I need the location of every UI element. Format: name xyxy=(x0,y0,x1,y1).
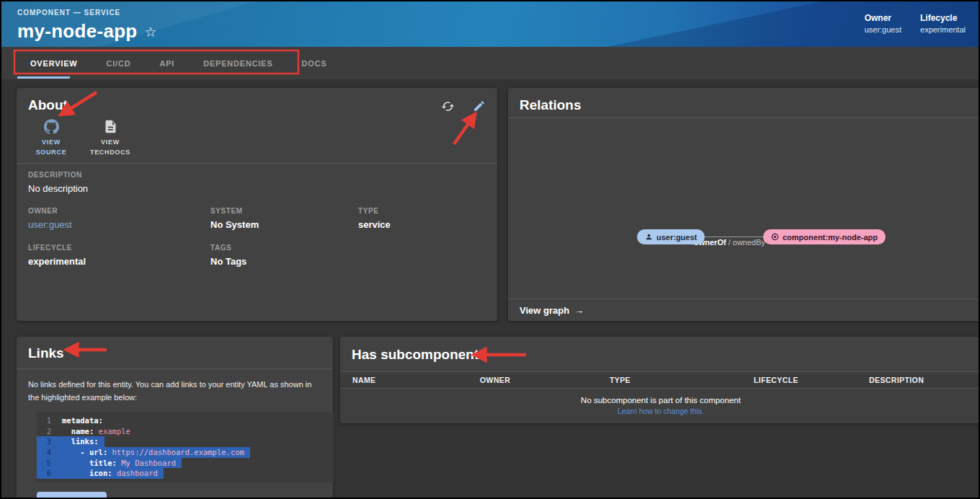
view-techdocs-label: VIEW TECHDOCS xyxy=(90,138,130,157)
column-header-type: TYPE xyxy=(610,376,754,384)
owner-label: Owner xyxy=(865,13,901,23)
code-line-4: 4 - url: https://dashboard.example.com xyxy=(37,447,334,458)
lifecycle-value: experimental xyxy=(920,25,966,34)
entity-tabs: OVERVIEWCI/CDAPIDEPENDENCIESDOCS xyxy=(1,47,979,79)
relation-edge-label: ownerOf / ownedBy xyxy=(694,238,765,247)
links-card: Links No links defined for this entity. … xyxy=(17,337,333,499)
code-line-6: 6 icon: dashboard xyxy=(37,468,334,479)
description-label: DESCRIPTION xyxy=(28,171,486,179)
subcomponents-empty-state: No subcomponent is part of this componen… xyxy=(340,389,980,423)
about-field-owner: OWNERuser:guest xyxy=(28,207,210,230)
field-label: SYSTEM xyxy=(210,207,358,215)
field-label: TAGS xyxy=(210,244,358,252)
github-icon xyxy=(44,119,59,134)
subcomponents-empty-text: No subcomponent is part of this componen… xyxy=(581,396,741,405)
column-header-name: NAME xyxy=(352,376,480,384)
field-value: No System xyxy=(210,219,358,230)
column-header-owner: OWNER xyxy=(480,376,610,384)
tab-dependencies[interactable]: DEPENDENCIES xyxy=(189,47,287,79)
edit-icon[interactable] xyxy=(471,98,487,114)
subcomponents-table-header: NAMEOWNERTYPELIFECYCLEDESCRIPTION xyxy=(340,371,980,389)
code-line-3: 3 links: xyxy=(37,436,334,447)
refresh-icon[interactable] xyxy=(440,98,455,114)
catalog-entity-page: COMPONENT — SERVICE my-node-app ☆ Owner … xyxy=(0,0,980,499)
active-tab-indicator xyxy=(17,76,70,79)
view-techdocs-link[interactable]: VIEW TECHDOCS xyxy=(87,119,133,157)
about-field-lifecycle: LIFECYCLEexperimental xyxy=(28,244,210,267)
about-title: About xyxy=(28,97,486,113)
code-line-5: 5 title: My Dashboard xyxy=(37,458,334,469)
read-more-button[interactable]: READ MORE xyxy=(37,492,107,499)
relations-graph: ownerOf / ownedBy user:guest component:m… xyxy=(508,118,980,299)
field-value[interactable]: user:guest xyxy=(28,219,210,230)
tab-api[interactable]: API xyxy=(145,47,189,79)
subcomponents-card: Has subcomponents NAMEOWNERTYPELIFECYCLE… xyxy=(340,337,980,423)
view-graph-label: View graph xyxy=(520,305,569,316)
yaml-code-block: 1metadata:2 name: example3 links:4 - url… xyxy=(37,412,334,482)
graph-node-component[interactable]: component:my-node-app xyxy=(763,229,886,244)
graph-node-user-label: user:guest xyxy=(656,233,697,242)
field-label: LIFECYCLE xyxy=(28,244,210,252)
about-field-tags: TAGSNo Tags xyxy=(210,244,358,267)
description-value: No description xyxy=(28,183,486,194)
breadcrumb: COMPONENT — SERVICE xyxy=(17,9,157,17)
field-value: No Tags xyxy=(210,256,358,267)
graph-node-user[interactable]: user:guest xyxy=(637,229,705,244)
graph-node-component-label: component:my-node-app xyxy=(783,233,878,242)
code-line-1: 1metadata: xyxy=(37,415,334,426)
links-empty-text: No links defined for this entity. You ca… xyxy=(28,378,321,404)
page-title: my-node-app xyxy=(17,20,138,43)
column-header-description: DESCRIPTION xyxy=(869,376,980,384)
arrow-right-icon: → xyxy=(574,305,584,316)
component-icon xyxy=(771,233,779,241)
person-icon xyxy=(645,233,653,241)
about-field-system: SYSTEMNo System xyxy=(210,207,358,230)
favorite-star-icon[interactable]: ☆ xyxy=(145,24,157,40)
relations-card: Relations ownerOf / ownedBy user:guest c… xyxy=(508,88,980,321)
view-graph-link[interactable]: View graph → xyxy=(520,305,584,316)
owner-value: user:guest xyxy=(865,25,901,34)
about-card: About VIEW SOURCE xyxy=(17,88,497,321)
view-source-link[interactable]: VIEW SOURCE xyxy=(28,119,74,157)
lifecycle-meta: Lifecycle experimental xyxy=(920,13,966,34)
techdocs-icon xyxy=(103,119,118,134)
relations-title: Relations xyxy=(520,97,970,113)
description-field: DESCRIPTION No description xyxy=(28,171,486,194)
field-value: experimental xyxy=(28,256,210,267)
field-value: service xyxy=(358,219,486,230)
subcomponents-help-link[interactable]: Learn how to change this. xyxy=(618,407,704,415)
field-label: OWNER xyxy=(28,207,210,215)
entity-header: COMPONENT — SERVICE my-node-app ☆ Owner … xyxy=(1,1,979,47)
subcomponents-title: Has subcomponents xyxy=(352,347,970,363)
lifecycle-label: Lifecycle xyxy=(920,13,966,23)
field-label: TYPE xyxy=(358,207,486,215)
tab-ci-cd[interactable]: CI/CD xyxy=(92,47,146,79)
about-field-type: TYPEservice xyxy=(358,207,486,230)
tab-overview[interactable]: OVERVIEW xyxy=(16,47,92,79)
view-source-label: VIEW SOURCE xyxy=(36,138,67,157)
column-header-lifecycle: LIFECYCLE xyxy=(754,376,869,384)
owner-meta: Owner user:guest xyxy=(865,13,901,34)
links-title: Links xyxy=(28,345,321,361)
tab-docs[interactable]: DOCS xyxy=(288,47,342,79)
code-line-2: 2 name: example xyxy=(37,426,334,437)
